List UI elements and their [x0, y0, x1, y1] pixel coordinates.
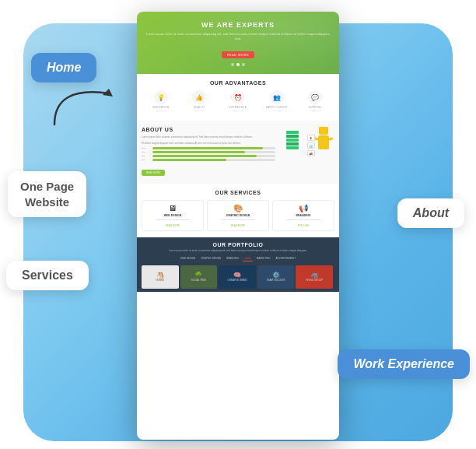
portfolio-item-4: ⚙️ TEAM SUCCESS: [257, 265, 295, 289]
portfolio-item-2-label: 🌳 SOCIAL TREE: [190, 270, 208, 283]
one-page-label: One PageWebsite: [8, 171, 86, 217]
hero-title: WE ARE EXPERTS: [145, 21, 331, 29]
tab-advertisement[interactable]: ADVERTISEMENT: [275, 256, 297, 261]
about-label[interactable]: About: [397, 198, 464, 228]
services-grid: 🖥 WEB DESIGN Lorem ipsum dolor sit amet …: [142, 200, 334, 231]
web-design-icon: 🖥: [145, 204, 201, 212]
quality-label: QUALITY: [180, 106, 219, 109]
graphic-design-link[interactable]: READ MORE: [210, 224, 266, 227]
bar-fill-3: [152, 155, 257, 157]
service-web-design: 🖥 WEB DESIGN Lorem ipsum dolor sit amet …: [142, 200, 204, 231]
advantage-experience: ⏰ EXPERIENCE Lorem ipsum: [219, 90, 257, 112]
branding-text: Lorem ipsum dolor sit amet consectetur: [275, 219, 331, 222]
dot-3: [242, 63, 245, 66]
work-experience-label[interactable]: Work Experience: [338, 349, 470, 379]
home-label[interactable]: Home: [31, 53, 96, 82]
about-image-col: $ 📊 📣: [280, 127, 334, 177]
portfolio-subtitle: Lorem ipsum dolor sit amet, consectetur …: [142, 250, 334, 253]
bar-fill-1: [152, 147, 263, 149]
services-label[interactable]: Services: [6, 261, 89, 290]
scene: Home One PageWebsite About Services Work…: [0, 0, 476, 449]
web-design-title: WEB DESIGN: [145, 214, 201, 217]
one-page-label-text: One PageWebsite: [20, 180, 74, 209]
quality-text: Lorem ipsum: [180, 110, 219, 112]
experience-icon: ⏰: [231, 90, 245, 104]
bar-track-3: [152, 155, 275, 157]
portfolio-item-3: 🧠 CREATIVE BRAIN: [219, 265, 256, 289]
bar-label-3: 85%: [142, 155, 151, 157]
graphic-design-text: Lorem ipsum dolor sit amet consectetur: [210, 219, 266, 222]
innovation-label: INNOVATION: [142, 106, 180, 109]
portfolio-item-2: 🌳 SOCIAL TREE: [180, 265, 218, 289]
bar-label-1: 90%: [142, 147, 151, 149]
web-design-link[interactable]: READ MORE: [145, 224, 201, 227]
experience-label: EXPERIENCE: [219, 106, 257, 109]
clients-label: HAPPY CLIENTS: [257, 106, 296, 109]
tab-marketing[interactable]: MARKETING: [255, 256, 272, 261]
tab-branding[interactable]: BRANDING: [225, 256, 240, 261]
portfolio-grid: 🐴 HORSE 🌳 SOCIAL TREE 🧠 CREATIVE BRAIN: [142, 265, 334, 289]
services-label-text: Services: [22, 268, 73, 282]
home-label-text: Home: [47, 61, 81, 74]
portfolio-title: OUR PORTFOLIO: [142, 242, 334, 247]
advantage-clients: 👥 HAPPY CLIENTS Lorem ipsum: [257, 90, 296, 112]
arrow-icon: [39, 78, 132, 140]
dot-2: [236, 63, 240, 66]
innovation-icon: 💡: [154, 90, 168, 104]
tab-web-design[interactable]: WEB DESIGN: [179, 256, 197, 261]
bar-row-4: 60%: [142, 159, 275, 161]
quality-icon: 👍: [192, 90, 206, 104]
about-text-col: ABOUT US Lorem ipsum dolor sit amet, con…: [142, 127, 275, 177]
advantage-quality: 👍 QUALITY Lorem ipsum: [180, 90, 219, 112]
innovation-text: Lorem ipsum: [142, 110, 180, 112]
service-graphic-design: 🎨 GRAPHIC DESIGN Lorem ipsum dolor sit a…: [207, 200, 269, 231]
about-para-1: Lorem ipsum dolor sit amet, consectetur …: [142, 135, 275, 139]
clients-text: Lorem ipsum: [257, 110, 296, 112]
tab-logo[interactable]: LOGO: [243, 256, 253, 261]
about-para-2: Et dolore magna aliquyam erat, sed diam …: [142, 142, 275, 146]
support-label: SUPPORT: [296, 106, 334, 109]
bar-fill-4: [152, 159, 226, 161]
tab-graphic-design[interactable]: GRAPHIC DESIGN: [199, 256, 222, 261]
support-icon: 💬: [308, 90, 322, 104]
branding-title: BRANDING: [275, 214, 331, 217]
hero-section: WE ARE EXPERTS Lorem ipsum dolor sit ame…: [137, 12, 339, 74]
portfolio-item-1-label: 🐴 HORSE: [154, 270, 166, 283]
advantage-innovation: 💡 INNOVATION Lorem ipsum: [142, 90, 180, 112]
bar-label-4: 60%: [142, 159, 151, 161]
services-title: OUR SERVICES: [142, 190, 334, 195]
portfolio-item-1: 🐴 HORSE: [142, 265, 179, 289]
bar-row-3: 85%: [142, 155, 275, 157]
work-experience-label-text: Work Experience: [353, 357, 454, 370]
graphic-design-icon: 🎨: [210, 204, 266, 212]
support-text: Lorem ipsum: [296, 110, 334, 112]
portfolio-item-5: 🦏 RHINO GROUP: [296, 265, 333, 289]
branding-link[interactable]: FIND LINK: [275, 224, 331, 227]
clients-icon: 👥: [270, 90, 284, 104]
bar-row-1: 90%: [142, 147, 275, 149]
dot-1: [231, 63, 234, 66]
advantages-icons: 💡 INNOVATION Lorem ipsum 👍 QUALITY Lorem…: [142, 90, 334, 112]
branding-icon: 📢: [275, 204, 331, 212]
about-title: ABOUT US: [142, 127, 275, 132]
advantages-title: OUR ADVANTAGES: [142, 80, 334, 86]
service-branding: 📢 BRANDING Lorem ipsum dolor sit amet co…: [272, 200, 334, 231]
services-section: OUR SERVICES 🖥 WEB DESIGN Lorem ipsum do…: [137, 184, 339, 237]
web-design-text: Lorem ipsum dolor sit amet consectetur: [145, 219, 201, 222]
bar-track-2: [152, 151, 275, 153]
website-mockup: WE ARE EXPERTS Lorem ipsum dolor sit ame…: [137, 12, 339, 440]
bar-fill-2: [152, 151, 245, 153]
figure-graphic: [318, 127, 329, 149]
bar-label-2: 75%: [142, 151, 151, 153]
hero-button[interactable]: READ MORE: [222, 51, 255, 58]
hero-dots: [145, 63, 331, 66]
bar-row-2: 75%: [142, 151, 275, 153]
advantages-section: OUR ADVANTAGES 💡 INNOVATION Lorem ipsum …: [137, 74, 339, 121]
portfolio-item-3-label: 🧠 CREATIVE BRAIN: [226, 270, 249, 283]
about-button[interactable]: READ MORE: [142, 170, 165, 176]
portfolio-item-4-label: ⚙️ TEAM SUCCESS: [265, 270, 287, 283]
about-bars: 90% 75% 85%: [142, 147, 275, 161]
portfolio-tabs: WEB DESIGN GRAPHIC DESIGN BRANDING LOGO …: [142, 256, 334, 261]
about-section: ABOUT US Lorem ipsum dolor sit amet, con…: [137, 121, 339, 184]
portfolio-item-5-label: 🦏 RHINO GROUP: [304, 270, 324, 283]
